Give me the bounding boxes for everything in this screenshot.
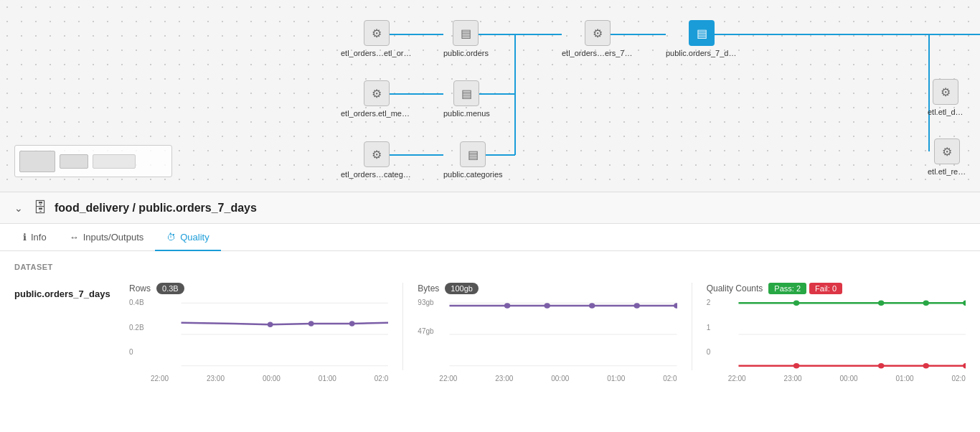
svg-point-32 — [923, 301, 928, 306]
svg-point-25 — [634, 303, 640, 309]
node-icon: ⚙ — [364, 20, 390, 46]
quality-y-labels: 2 1 0 — [707, 299, 711, 356]
collapse-button[interactable]: ⌄ — [11, 201, 26, 215]
node-etl-etl-d[interactable]: ⚙ etl.etl_d… — [928, 79, 963, 116]
node-label: etl_orders…ers_7_days — [562, 49, 633, 57]
svg-point-24 — [589, 303, 595, 309]
chart-divider-1 — [402, 283, 403, 370]
node-icon: ▤ — [453, 80, 479, 106]
node-label: etl.etl_re… — [928, 167, 966, 176]
node-public-menus[interactable]: ▤ public.menus — [443, 80, 490, 118]
node-icon: ⚙ — [364, 80, 390, 106]
chart-divider-2 — [692, 283, 692, 370]
bytes-chart-block: Bytes 100gb 93gb 47gb — [418, 283, 677, 370]
tab-info[interactable]: ℹ Info — [11, 225, 58, 251]
svg-point-17 — [308, 321, 314, 327]
detail-panel: ⌄ 🗄 food_delivery / public.orders_7_days… — [0, 192, 980, 432]
svg-point-34 — [793, 363, 799, 369]
pipeline-canvas[interactable]: ⚙ etl_orders…etl_orders ▤ public.orders … — [0, 0, 980, 192]
svg-point-26 — [674, 303, 677, 309]
quality-counts-label: Quality Counts — [707, 283, 763, 294]
node-etl-orders-7days[interactable]: ⚙ etl_orders…ers_7_days — [562, 20, 633, 57]
node-etl-orders-etl-menus[interactable]: ⚙ etl_orders.etl_menus — [341, 80, 413, 118]
svg-point-37 — [963, 363, 966, 369]
tabs-bar: ℹ Info ↔ Inputs/Outputs ⏱ Quality — [0, 224, 980, 251]
node-label: public.orders — [443, 49, 489, 57]
node-etl-etl-re[interactable]: ⚙ etl.etl_re… — [928, 138, 966, 176]
quality-badges: Pass: 2 Fail: 0 — [768, 283, 842, 294]
node-icon: ▤ — [453, 20, 479, 46]
rows-y-labels: 0.4B 0.2B 0 — [129, 299, 144, 356]
quality-chart-header: Quality Counts Pass: 2 Fail: 0 — [707, 283, 966, 294]
node-label: etl_orders…categories — [341, 170, 413, 179]
node-icon: ⚙ — [364, 141, 390, 167]
quality-chart-block: Quality Counts Pass: 2 Fail: 0 2 1 0 — [707, 283, 966, 370]
dataset-section-label: DATASET — [14, 263, 966, 271]
node-label: public.orders_7_days — [666, 49, 738, 57]
node-icon: ▤ — [460, 141, 486, 167]
bytes-label: Bytes — [418, 283, 439, 294]
pass-badge: Pass: 2 — [768, 283, 806, 294]
rows-chart-area: 0.4B 0.2B 0 — [129, 299, 388, 370]
svg-point-23 — [545, 303, 550, 309]
node-icon: ⚙ — [585, 20, 611, 46]
dataset-row: public.orders_7_days Rows 0.3B 0.4B 0.2B… — [14, 283, 966, 370]
rows-x-labels: 22:00 23:00 00:00 01:00 02:0 — [129, 373, 388, 382]
svg-point-16 — [268, 322, 273, 328]
node-label: etl_orders…etl_orders — [341, 49, 413, 57]
node-public-orders-7days[interactable]: ▤ public.orders_7_days — [666, 20, 738, 57]
bytes-chart-area: 93gb 47gb — [418, 299, 677, 370]
rows-label: Rows — [129, 283, 151, 294]
dataset-name: public.orders_7_days — [14, 283, 129, 299]
mini-map-box1 — [19, 151, 55, 172]
rows-chart-block: Rows 0.3B 0.4B 0.2B 0 — [129, 283, 388, 370]
rows-svg — [129, 299, 388, 370]
bytes-y-labels: 93gb 47gb — [418, 299, 433, 356]
tab-quality[interactable]: ⏱ Quality — [155, 225, 220, 251]
node-public-categories[interactable]: ▤ public.categories — [443, 141, 503, 179]
node-label: public.menus — [443, 109, 490, 118]
node-label: public.categories — [443, 170, 503, 179]
database-icon: 🗄 — [33, 199, 47, 216]
node-label: etl.etl_d… — [928, 108, 963, 116]
mini-map-box2 — [60, 154, 88, 169]
tab-inputs-outputs[interactable]: ↔ Inputs/Outputs — [58, 225, 156, 251]
mini-map[interactable] — [14, 145, 172, 177]
bytes-value-badge: 100gb — [445, 283, 479, 294]
svg-point-36 — [923, 363, 928, 369]
node-icon-active: ▤ — [689, 20, 715, 46]
quality-chart-area: 2 1 0 — [707, 299, 966, 370]
tab-inputs-outputs-label: Inputs/Outputs — [83, 232, 144, 243]
svg-point-18 — [349, 321, 355, 327]
mini-map-sep — [93, 154, 136, 169]
quality-x-labels: 22:00 23:00 00:00 01:00 02:0 — [707, 373, 966, 382]
quality-content: DATASET public.orders_7_days Rows 0.3B 0… — [0, 251, 980, 432]
node-icon: ⚙ — [934, 138, 960, 164]
rows-value-badge: 0.3B — [156, 283, 184, 294]
rows-chart-header: Rows 0.3B — [129, 283, 388, 294]
quality-icon: ⏱ — [166, 232, 176, 243]
detail-header: ⌄ 🗄 food_delivery / public.orders_7_days — [0, 192, 980, 224]
tab-info-label: Info — [31, 232, 47, 243]
node-etl-orders-categories[interactable]: ⚙ etl_orders…categories — [341, 141, 413, 179]
node-public-orders[interactable]: ▤ public.orders — [443, 20, 489, 57]
svg-point-33 — [963, 301, 966, 306]
tab-quality-label: Quality — [180, 232, 209, 243]
inputs-outputs-icon: ↔ — [70, 232, 79, 243]
svg-point-30 — [793, 301, 799, 306]
quality-svg — [707, 299, 966, 370]
node-etl-orders-etl-orders[interactable]: ⚙ etl_orders…etl_orders — [341, 20, 413, 57]
detail-title: food_delivery / public.orders_7_days — [55, 202, 257, 215]
info-icon: ℹ — [23, 232, 27, 243]
svg-point-35 — [878, 363, 884, 369]
fail-badge: Fail: 0 — [809, 283, 842, 294]
node-icon: ⚙ — [933, 79, 958, 105]
svg-point-22 — [504, 303, 510, 309]
bytes-x-labels: 22:00 23:00 00:00 01:00 02:0 — [418, 373, 677, 382]
node-label: etl_orders.etl_menus — [341, 109, 413, 118]
bytes-svg — [418, 299, 677, 370]
svg-point-31 — [878, 301, 884, 306]
bytes-chart-header: Bytes 100gb — [418, 283, 677, 294]
